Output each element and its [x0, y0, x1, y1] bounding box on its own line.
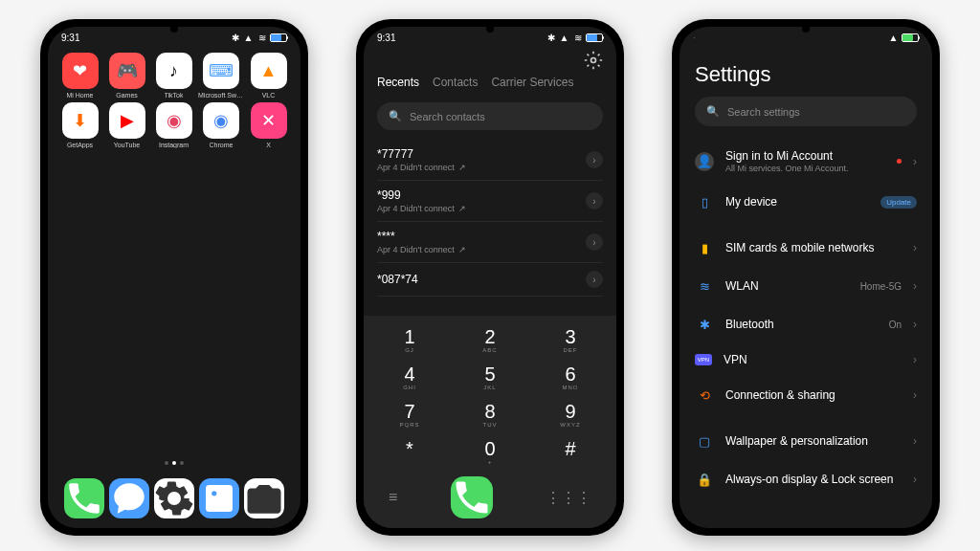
setting-account[interactable]: 👤 Sign in to Mi Account All Mi services.… [679, 140, 932, 183]
key-1[interactable]: 1 GJ [379, 323, 440, 357]
chevron-right-icon[interactable]: › [586, 271, 603, 288]
setting-value: Home-5G [860, 281, 902, 292]
call-item[interactable]: **** Apr 4 Didn't connect ↗ › [377, 222, 603, 263]
setting-always-on-display-lock-screen[interactable]: 🔒 Always-on display & Lock screen › [679, 460, 932, 498]
chevron-right-icon: › [913, 353, 917, 366]
app-icon: ▲ [251, 53, 287, 89]
call-button[interactable] [451, 476, 493, 518]
key-4[interactable]: 4 GHI [379, 361, 440, 394]
app-x[interactable]: ✕ X [246, 102, 291, 148]
call-number: *77777 [377, 147, 466, 161]
key-8[interactable]: 8 TUV [459, 398, 521, 431]
app-label: X [266, 142, 271, 148]
app-vlc[interactable]: ▲ VLC [246, 53, 291, 99]
svg-rect-0 [206, 485, 233, 512]
app-label: Games [116, 92, 138, 99]
chevron-right-icon[interactable]: › [586, 151, 603, 168]
setting-label: Bluetooth [725, 318, 878, 331]
tab-recents[interactable]: Recents [377, 76, 419, 89]
status-time: 9:31 [61, 33, 79, 43]
notch [802, 25, 810, 33]
dialer-tabs: RecentsContactsCarrier Services [377, 76, 603, 89]
page-title: Settings [679, 55, 932, 97]
recent-calls-list: *77777 Apr 4 Didn't connect ↗ › *999 Apr… [364, 140, 616, 316]
app-getapps[interactable]: ⬇ GetApps [57, 102, 102, 148]
key-7[interactable]: 7 PQRS [379, 398, 440, 431]
app-grid: ❤ Mi Home🎮 Games♪ TikTok⌨ Microsoft Swif… [54, 53, 295, 148]
setting-icon: ≋ [695, 276, 714, 296]
setting-value: On [889, 320, 902, 330]
key-digit: 5 [484, 364, 495, 384]
dock-settings[interactable] [154, 478, 194, 518]
search-contacts[interactable]: 🔍 Search contacts [377, 102, 603, 130]
call-item[interactable]: *087*74 › [377, 263, 603, 297]
app-games[interactable]: 🎮 Games [104, 53, 149, 99]
key-letters: JKL [483, 385, 496, 390]
key-0[interactable]: 0 + [459, 435, 521, 469]
setting-icon: ▢ [695, 431, 714, 451]
key-letters: WXYZ [560, 422, 580, 428]
dock-messages[interactable] [109, 478, 149, 518]
key-3[interactable]: 3 DEF [540, 323, 601, 357]
setting-vpn[interactable]: VPN VPN › [679, 343, 932, 376]
dock-phone[interactable] [64, 478, 104, 518]
call-number: *087*74 [377, 273, 418, 286]
signal-icon: ▲ [559, 33, 569, 43]
app-label: VLC [262, 92, 276, 99]
device-icon: ▯ [695, 192, 714, 211]
app-label: Mi Home [66, 92, 93, 99]
page-indicator[interactable] [54, 461, 295, 465]
menu-icon[interactable]: ≡ [389, 489, 397, 506]
key-5[interactable]: 5 JKL [459, 361, 521, 394]
setting-bluetooth[interactable]: ✱ Bluetooth On › [679, 305, 932, 343]
key-letters: TUV [483, 422, 498, 428]
key-6[interactable]: 6 MNO [540, 361, 601, 394]
app-youtube[interactable]: ▶ YouTube [104, 102, 149, 148]
setting-my-device[interactable]: ▯ My device Update [679, 183, 932, 221]
call-meta: Apr 4 Didn't connect ↗ [377, 245, 466, 254]
key-#[interactable]: # [540, 435, 601, 469]
setting-label: SIM cards & mobile networks [725, 241, 902, 254]
app-icon: ❤ [62, 53, 99, 89]
app-microsoft-swiftkey-[interactable]: ⌨ Microsoft SwiftKey... [198, 53, 244, 99]
app-mi-home[interactable]: ❤ Mi Home [57, 53, 102, 99]
setting-wallpaper-personalization[interactable]: ▢ Wallpaper & personalization › [679, 422, 932, 460]
key-*[interactable]: * [379, 435, 440, 469]
setting-icon: ⟲ [695, 386, 714, 405]
app-instagram[interactable]: ◉ Instagram [151, 102, 196, 148]
notch [170, 25, 178, 33]
setting-label: Always-on display & Lock screen [725, 473, 902, 486]
tab-carrier-services[interactable]: Carrier Services [491, 76, 573, 89]
key-9[interactable]: 9 WXYZ [540, 398, 601, 431]
phone-dialer: 9:31 ✱ ▲ ≋ RecentsContactsCarrier Servic… [356, 19, 624, 536]
gear-icon[interactable] [584, 51, 603, 70]
call-item[interactable]: *77777 Apr 4 Didn't connect ↗ › [377, 140, 603, 181]
call-item[interactable]: *999 Apr 4 Didn't connect ↗ › [377, 181, 603, 222]
app-label: Chrome [210, 142, 234, 148]
setting-wlan[interactable]: ≋ WLAN Home-5G › [679, 267, 932, 305]
app-chrome[interactable]: ◉ Chrome [198, 102, 244, 148]
account-icon: 👤 [695, 152, 714, 171]
setting-label: VPN [724, 353, 902, 366]
dock-gallery[interactable] [199, 478, 239, 518]
key-digit: 2 [484, 327, 495, 346]
setting-sim-cards-mobile-networks[interactable]: ▮ SIM cards & mobile networks › [679, 229, 932, 267]
search-settings[interactable]: 🔍 Search settings [695, 97, 917, 126]
tab-contacts[interactable]: Contacts [433, 76, 478, 89]
key-2[interactable]: 2 ABC [459, 323, 521, 357]
key-letters: PQRS [399, 422, 419, 428]
setting-connection-sharing[interactable]: ⟲ Connection & sharing › [679, 376, 932, 414]
chevron-right-icon[interactable]: › [586, 233, 603, 251]
outgoing-icon: ↗ [458, 245, 466, 254]
chevron-right-icon[interactable]: › [586, 192, 603, 209]
key-digit: 1 [404, 327, 414, 346]
app-tiktok[interactable]: ♪ TikTok [151, 53, 196, 99]
dialpad-toggle-icon[interactable]: ⋮⋮⋮ [546, 489, 591, 507]
app-label: Microsoft SwiftKey... [198, 92, 244, 99]
battery-icon [902, 33, 919, 42]
key-digit: # [565, 439, 575, 458]
svg-point-2 [591, 58, 596, 63]
svg-point-1 [212, 491, 216, 496]
dock-camera[interactable] [244, 478, 284, 518]
key-digit: 7 [404, 402, 414, 421]
